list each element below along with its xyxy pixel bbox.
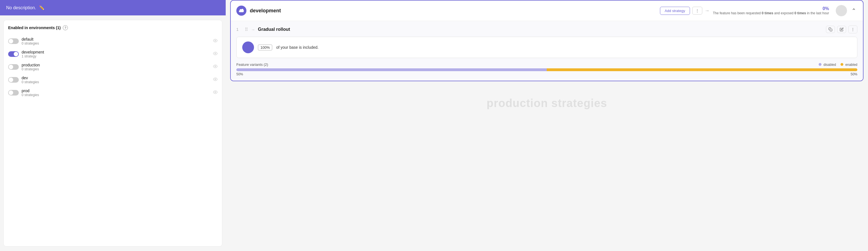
- env-name-label: development: [250, 8, 657, 14]
- bar-enabled: [547, 68, 857, 71]
- toggle-dev[interactable]: [8, 77, 19, 83]
- rollout-circle: [242, 41, 254, 53]
- svg-rect-5: [830, 29, 832, 31]
- svg-point-1: [215, 53, 216, 54]
- eye-icon-production[interactable]: [213, 64, 218, 70]
- env-more-button[interactable]: ⋮: [692, 7, 702, 14]
- svg-point-2: [215, 66, 216, 67]
- eye-icon-development[interactable]: [213, 51, 218, 57]
- eye-icon-prod[interactable]: [213, 90, 218, 96]
- env-info-default: default 0 strategies: [22, 37, 210, 45]
- bar-left-label: 50%: [236, 72, 243, 76]
- env-name-default: default: [22, 37, 210, 41]
- env-header-actions: Add strategy ⋮ →: [660, 7, 710, 15]
- env-item-production: production 0 strategies: [8, 61, 218, 73]
- help-icon[interactable]: ?: [63, 25, 68, 30]
- variants-section: Feature variants (2) disabled enabled: [236, 63, 857, 76]
- strategy-pin-icon: →: [251, 27, 255, 32]
- strategy-row: 1 ⠿ → Gradual rollout ⋮: [236, 26, 857, 33]
- env-percent: 0%: [713, 6, 829, 11]
- environments-section: Enabled in environments (1) ? default 0 …: [3, 20, 222, 247]
- env-item-dev: dev 0 strategies: [8, 73, 218, 86]
- description-text: No description.: [6, 5, 36, 10]
- environment-card: development Add strategy ⋮ → 0% The feat…: [230, 0, 864, 81]
- strategy-section: 1 ⠿ → Gradual rollout ⋮: [231, 21, 863, 81]
- env-name-prod: prod: [22, 88, 210, 93]
- strategy-name: Gradual rollout: [258, 27, 823, 32]
- stat-post: in the last hour: [806, 11, 829, 15]
- env-card-header: development Add strategy ⋮ → 0% The feat…: [231, 1, 863, 21]
- add-strategy-button[interactable]: Add strategy: [660, 7, 690, 15]
- env-name-dev: dev: [22, 76, 210, 80]
- rollout-badge: 100%: [258, 44, 272, 50]
- svg-point-0: [215, 40, 216, 41]
- strategy-edit-button[interactable]: [837, 26, 846, 33]
- env-strategies-development: 1 strategy: [22, 55, 210, 58]
- variants-bar: [236, 68, 857, 71]
- env-strategies-default: 0 strategies: [22, 41, 210, 45]
- strategy-index: 1: [236, 27, 242, 32]
- legend-enabled-dot: [840, 63, 843, 66]
- env-info-prod: prod 0 strategies: [22, 88, 210, 97]
- svg-point-3: [215, 79, 216, 80]
- drag-handle-icon[interactable]: ⠿: [245, 27, 248, 32]
- env-strategies-prod: 0 strategies: [22, 93, 210, 97]
- environment-list: default 0 strategies development 1 strat…: [8, 35, 218, 99]
- bar-right-label: 50%: [850, 72, 857, 76]
- env-name-development: development: [22, 50, 210, 55]
- description-banner: No description. ✏️: [0, 0, 226, 15]
- stat-bold2: 0 times: [795, 11, 806, 15]
- collapse-button[interactable]: ⌃: [850, 7, 857, 14]
- toggle-default[interactable]: [8, 38, 19, 44]
- env-strategies-dev: 0 strategies: [22, 80, 210, 84]
- stat-bold1: 0 times: [762, 11, 773, 15]
- environments-label: Enabled in environments (1): [8, 26, 61, 30]
- env-info-development: development 1 strategy: [22, 50, 210, 58]
- rollout-content: 100% of your base is included.: [236, 37, 857, 58]
- env-name-production: production: [22, 63, 210, 67]
- env-info-production: production 0 strategies: [22, 63, 210, 71]
- right-panel: development Add strategy ⋮ → 0% The feat…: [226, 0, 868, 251]
- legend-disabled-dot: [819, 63, 822, 66]
- variants-title: Feature variants (2): [236, 63, 268, 67]
- env-cloud-icon: [236, 6, 246, 16]
- strategy-more-button[interactable]: ⋮: [848, 26, 857, 33]
- variants-header: Feature variants (2) disabled enabled: [236, 63, 857, 67]
- pin-icon[interactable]: →: [705, 8, 710, 14]
- stat-mid: and exposed: [773, 11, 794, 15]
- bar-disabled: [236, 68, 547, 71]
- environments-title: Enabled in environments (1) ?: [8, 25, 218, 30]
- toggle-production[interactable]: [8, 64, 19, 70]
- legend-enabled: enabled: [840, 63, 857, 67]
- stat-pre: The feature has been requested: [713, 11, 762, 15]
- toggle-development[interactable]: [8, 51, 19, 57]
- variants-legend: disabled enabled: [819, 63, 857, 67]
- env-avatar: [836, 5, 847, 16]
- env-item-prod: prod 0 strategies: [8, 86, 218, 99]
- toggle-prod[interactable]: [8, 90, 19, 96]
- production-strategies-label: production strategies: [230, 86, 864, 121]
- rollout-row: 100% of your base is included.: [242, 41, 851, 53]
- eye-icon-dev[interactable]: [213, 77, 218, 83]
- edit-description-icon[interactable]: ✏️: [39, 5, 44, 10]
- env-stats: 0% The feature has been requested 0 time…: [713, 6, 829, 15]
- left-panel: No description. ✏️ Enabled in environmen…: [0, 0, 226, 251]
- eye-icon-default[interactable]: [213, 38, 218, 44]
- strategy-actions: ⋮: [826, 26, 857, 33]
- strategy-copy-button[interactable]: [826, 26, 835, 33]
- env-strategies-production: 0 strategies: [22, 67, 210, 71]
- legend-disabled: disabled: [819, 63, 836, 67]
- svg-point-4: [215, 92, 216, 93]
- env-info-dev: dev 0 strategies: [22, 76, 210, 84]
- variants-labels: 50% 50%: [236, 72, 857, 76]
- rollout-text: of your base is included.: [276, 45, 318, 49]
- env-stat-text: The feature has been requested 0 times a…: [713, 11, 829, 15]
- env-item-default: default 0 strategies: [8, 35, 218, 48]
- env-item-development: development 1 strategy: [8, 48, 218, 61]
